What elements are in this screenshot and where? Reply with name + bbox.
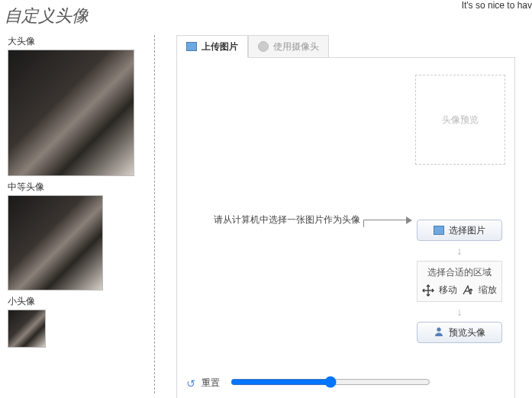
- move-label: 移动: [439, 284, 457, 297]
- small-avatar-preview: [8, 310, 46, 348]
- tab-upload[interactable]: 上传图片: [176, 35, 248, 58]
- person-icon: [434, 326, 444, 339]
- side-actions: 选择图片 ↓ 选择合适的区域 移动 缩放: [414, 220, 505, 343]
- reset-label[interactable]: 重置: [202, 377, 220, 390]
- upload-panel: 头像预览 请从计算机中选择一张图片作为头像 选择图片 ↓ 选择合适的区域: [176, 57, 515, 398]
- tab-camera[interactable]: 使用摄像头: [248, 35, 329, 58]
- arrow-right-icon: [363, 217, 412, 224]
- medium-avatar-label: 中等头像: [8, 181, 133, 194]
- move-icon: [422, 284, 434, 297]
- avatar-preview-box: 头像预览: [415, 75, 505, 165]
- preview-avatar-label: 预览头像: [449, 326, 485, 339]
- image-stage[interactable]: [186, 67, 415, 357]
- zoom-slider[interactable]: [231, 376, 430, 388]
- photo-icon: [186, 42, 197, 51]
- preview-avatar-button[interactable]: 预览头像: [417, 322, 502, 343]
- medium-avatar-preview: [8, 195, 103, 290]
- page-title: 自定义头像: [0, 0, 532, 35]
- select-image-label: 选择图片: [449, 224, 485, 237]
- tab-bar: 上传图片 使用摄像头: [176, 35, 515, 58]
- crop-hint-box: 选择合适的区域 移动 缩放: [417, 261, 502, 302]
- small-avatar-label: 小头像: [8, 295, 133, 308]
- zoom-icon: [462, 284, 474, 297]
- large-avatar-label: 大头像: [8, 35, 133, 48]
- large-avatar-preview: [8, 50, 134, 176]
- svg-point-4: [437, 327, 440, 331]
- reset-icon[interactable]: ↻: [186, 377, 195, 390]
- select-image-button[interactable]: 选择图片: [417, 220, 502, 241]
- preview-placeholder-text: 头像预览: [442, 114, 479, 127]
- top-truncated-text: It's so nice to hav: [462, 0, 532, 11]
- camera-icon: [258, 41, 269, 52]
- arrow-down-icon: ↓: [457, 246, 463, 256]
- vertical-divider: [154, 35, 155, 393]
- tab-camera-label: 使用摄像头: [273, 40, 319, 53]
- zoom-label: 缩放: [479, 284, 497, 297]
- crop-hint-title: 选择合适的区域: [421, 266, 498, 279]
- instruction-text: 请从计算机中选择一张图片作为头像: [214, 213, 360, 226]
- avatar-previews-column: 大头像 中等头像 小头像: [0, 35, 137, 398]
- reset-row: ↻ 重置: [186, 376, 430, 390]
- arrow-down-icon: ↓: [457, 307, 463, 317]
- instruction-row: 请从计算机中选择一张图片作为头像: [214, 213, 412, 226]
- photo-icon: [434, 226, 444, 235]
- tab-upload-label: 上传图片: [202, 40, 238, 53]
